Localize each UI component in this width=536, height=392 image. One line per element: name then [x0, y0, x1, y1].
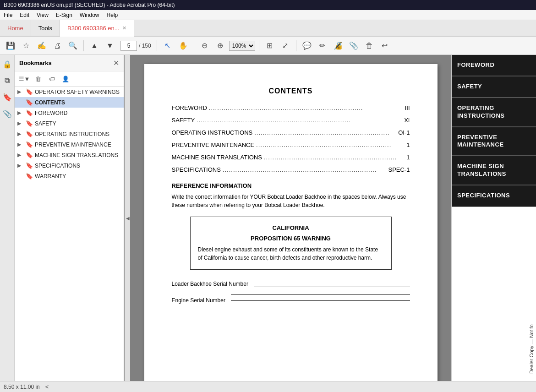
fullscreen-btn[interactable]: ⤢	[279, 39, 292, 53]
bookmarks-icon[interactable]: 🔖	[2, 92, 13, 103]
bookmark-prev-maint[interactable]: ▶ 🔖 PREVENTIVE MAINTENANCE	[15, 139, 124, 150]
toc-label-prev-maint: PREVENTIVE MAINTENANCE	[172, 142, 255, 148]
bookmark-op-instructions[interactable]: ▶ 🔖 OPERATING INSTRUCTIONS	[15, 129, 124, 139]
bookmark-contents[interactable]: 🔖 CONTENTS	[15, 97, 124, 108]
right-btn-foreword[interactable]: FOREWORD	[452, 55, 536, 76]
tab-home-label: Home	[7, 25, 23, 32]
right-btn-operating[interactable]: OPERATINGINSTRUCTIONS	[452, 98, 536, 127]
engine-serial-field: Engine Serial Number	[172, 294, 410, 304]
page-size-text: 8.50 x 11.00 in	[4, 384, 40, 390]
engine-serial-label: Engine Serial Number	[172, 297, 225, 304]
lock-icon[interactable]: 🔒	[2, 59, 13, 70]
menu-edit[interactable]: Edit	[20, 12, 29, 18]
toc-entry-op-inst: OPERATING INSTRUCTIONS .................…	[172, 129, 410, 136]
toc-entry-machine-sign: MACHINE SIGN TRANSLATIONS ..............…	[172, 154, 410, 161]
menu-help[interactable]: Help	[107, 12, 118, 18]
toc-page-specs: SPEC-1	[388, 166, 410, 173]
serial-number-field: Loader Backhoe Serial Number	[172, 279, 410, 287]
separator-3	[194, 40, 194, 51]
bookmark-delete-btn[interactable]: 🗑	[32, 73, 44, 84]
bookmark-menu-btn[interactable]: ☰▼	[18, 73, 30, 84]
bookmark-op-inst-label: OPERATING INSTRUCTIONS	[35, 131, 109, 137]
bookmark-contents-icon: 🔖	[26, 99, 33, 106]
toc-label-specs: SPECIFICATIONS	[172, 166, 221, 173]
title-text: B300 6903386 enUS om.pdf (SECURED) - Ado…	[4, 2, 175, 8]
pdf-area[interactable]: CONTENTS FOREWORD ......................…	[130, 55, 451, 381]
tab-doc-label: B300 6903386 en...	[67, 25, 120, 32]
comment-btn[interactable]: 💬	[300, 39, 314, 53]
hand-tool[interactable]: ✋	[176, 39, 190, 53]
bookmark-machine-sign[interactable]: ▶ 🔖 MACHINE SIGN TRANSLATIONS	[15, 150, 124, 160]
bookmarks-close-btn[interactable]: ✕	[113, 59, 119, 67]
stamp-btn[interactable]: 🔏	[331, 39, 345, 53]
bookmarks-title: Bookmarks	[19, 60, 52, 66]
toc-entry-safety: SAFETY .................................…	[172, 117, 410, 124]
bookmark-add-btn[interactable]: ☆	[19, 39, 33, 53]
bookmark-prev-maint-icon: 🔖	[26, 141, 33, 148]
ca-warning-text: Diesel engine exhaust and some of its co…	[198, 245, 384, 262]
tab-tools[interactable]: Tools	[31, 20, 60, 36]
bookmark-foreword[interactable]: ▶ 🔖 FOREWORD	[15, 108, 124, 118]
cursor-tool[interactable]: ↖	[161, 39, 175, 53]
menu-bar: File Edit View E-Sign Window Help	[0, 10, 536, 20]
serial-number-label: Loader Backhoe Serial Number	[172, 281, 248, 287]
toc-page-foreword: III	[405, 104, 410, 111]
separator-2	[157, 40, 157, 51]
right-btn-machine-sign[interactable]: MACHINE SIGNTRANSLATIONS	[452, 156, 536, 185]
toc-dots-op-inst: ........................................…	[254, 129, 396, 136]
status-nav-btn[interactable]: <	[44, 383, 51, 390]
layers-icon[interactable]: ⧉	[2, 75, 13, 86]
prev-page-btn[interactable]: ▲	[88, 39, 101, 53]
trash-btn[interactable]: 🗑	[362, 39, 376, 53]
expand-machine-sign-icon: ▶	[17, 152, 24, 158]
page-nav: / 150	[120, 41, 151, 51]
signature-btn[interactable]: ✍	[35, 39, 49, 53]
bookmark-foreword-icon: 🔖	[26, 109, 33, 116]
expand-op-safety-icon: ▶	[17, 89, 24, 95]
toc-label-safety: SAFETY	[172, 117, 195, 124]
bookmarks-toolbar: ☰▼ 🗑 🏷 👤	[15, 71, 124, 87]
menu-view[interactable]: View	[37, 12, 49, 18]
next-page-btn[interactable]: ▼	[103, 39, 117, 53]
bookmark-warranty[interactable]: 🔖 WARRANTY	[15, 171, 124, 181]
save-btn[interactable]: 💾	[4, 39, 17, 53]
zoom-in-btn[interactable]: ⊕	[213, 39, 227, 53]
bookmark-op-safety[interactable]: ▶ 🔖 OPERATOR SAFETY WARNINGS	[15, 87, 124, 97]
zoom-select[interactable]: 100% 75% 125% 150% 200%	[229, 41, 255, 51]
separator-4	[259, 40, 259, 51]
tab-home[interactable]: Home	[0, 20, 31, 36]
expand-specs-icon: ▶	[17, 163, 24, 169]
bookmark-op-inst-icon: 🔖	[26, 131, 33, 137]
sidebar-icons: 🔒 ⧉ 🔖 📎	[0, 55, 15, 381]
toc-page-op-inst: OI-1	[398, 129, 410, 136]
page-input[interactable]	[120, 41, 137, 51]
expand-prev-maint-icon: ▶	[17, 142, 24, 147]
bookmark-person-btn[interactable]: 👤	[60, 73, 71, 84]
undo-btn[interactable]: ↩	[378, 39, 392, 53]
separator-1	[83, 40, 84, 51]
bookmark-specs-icon: 🔖	[26, 162, 33, 169]
bookmark-tag-btn[interactable]: 🏷	[46, 73, 58, 84]
draw-btn[interactable]: ✏	[316, 39, 329, 53]
print-btn[interactable]: 🖨	[50, 39, 64, 53]
right-btn-specifications[interactable]: SPECIFICATIONS	[452, 185, 536, 207]
search-btn[interactable]: 🔍	[66, 39, 80, 53]
bookmarks-list: ▶ 🔖 OPERATOR SAFETY WARNINGS 🔖 CONTENTS …	[15, 87, 124, 381]
zoom-out-btn[interactable]: ⊖	[198, 39, 212, 53]
tab-tools-label: Tools	[38, 25, 52, 32]
attach-btn[interactable]: 📎	[347, 39, 361, 53]
paperclip-icon[interactable]: 📎	[2, 108, 13, 119]
menu-file[interactable]: File	[4, 12, 12, 18]
bookmark-specs[interactable]: ▶ 🔖 SPECIFICATIONS	[15, 160, 124, 171]
bookmark-safety[interactable]: ▶ 🔖 SAFETY	[15, 118, 124, 129]
tab-document[interactable]: B300 6903386 en... ✕	[60, 20, 134, 37]
right-btn-safety[interactable]: SAFETY	[452, 76, 536, 98]
menu-window[interactable]: Window	[80, 12, 99, 18]
menu-esign[interactable]: E-Sign	[56, 12, 72, 18]
bookmark-op-safety-label: OPERATOR SAFETY WARNINGS	[35, 89, 120, 95]
tab-close-icon[interactable]: ✕	[122, 25, 126, 31]
collapse-handle[interactable]: ◀	[125, 55, 130, 381]
ca-warning-title1: CALIFORNIA	[198, 224, 384, 231]
layout-btn[interactable]: ⊞	[263, 39, 277, 53]
right-btn-preventive[interactable]: PREVENTIVEMAINTENANCE	[452, 127, 536, 157]
